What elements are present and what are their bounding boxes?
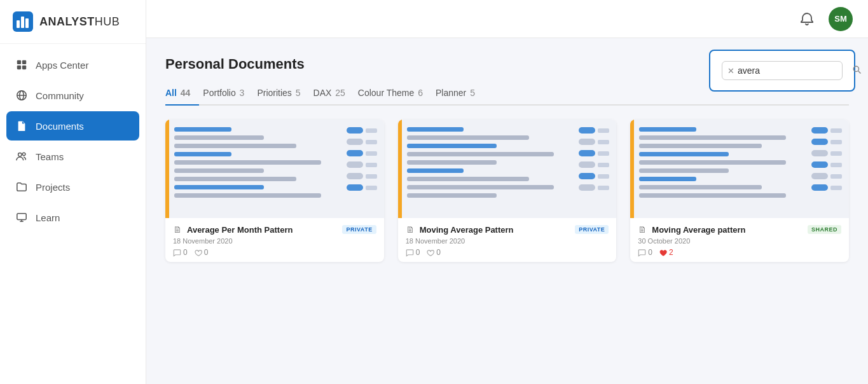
card-date-0: 18 November 2020 [173,237,376,245]
sidebar-item-projects[interactable]: Projects [6,172,139,202]
notification-bell[interactable] [797,9,817,29]
grid-icon [15,58,28,71]
sidebar-item-apps-center[interactable]: Apps Center [6,50,139,79]
card-likes-2: 2 [659,248,673,257]
tab-portfolio[interactable]: Portfolio 3 [203,84,253,106]
card-comments-0: 0 [173,248,188,257]
card-2[interactable]: 🗎 Moving Average pattern SHARED 30 Octob… [630,120,849,262]
card-badge-2: SHARED [808,225,841,234]
globe-icon [15,89,28,102]
card-comments-1: 0 [406,248,420,257]
card-badge-1: PRIVATE [575,225,609,234]
card-likes-1: 0 [426,248,441,257]
svg-point-12 [22,153,25,156]
search-submit-icon[interactable] [852,65,862,76]
svg-rect-2 [21,17,24,28]
card-actions-1: 0 0 [406,248,609,257]
card-doc-area-1 [402,120,575,218]
doc-file-icon-2: 🗎 [638,224,647,235]
card-badge-0: PRIVATE [342,225,376,234]
card-likes-0: 0 [194,248,209,257]
sidebar: ANALYSTHUB Apps Center Community Documen… [0,0,146,384]
sidebar-item-community[interactable]: Community [6,81,139,110]
card-info-0: 🗎 Average Per Month Pattern PRIVATE 18 N… [165,218,384,262]
card-preview-1 [398,120,617,218]
svg-rect-13 [17,214,26,220]
sidebar-logo: ANALYSTHUB [0,0,146,44]
sidebar-item-label-projects: Projects [36,182,70,193]
svg-rect-1 [17,20,20,28]
card-actions-0: 0 0 [173,248,376,257]
card-title-0: Average Per Month Pattern [187,225,337,235]
tab-priorities[interactable]: Priorities 5 [257,84,309,106]
tab-planner[interactable]: Planner 5 [436,84,484,106]
card-1[interactable]: 🗎 Moving Average Pattern PRIVATE 18 Nove… [398,120,617,262]
user-avatar[interactable]: SM [829,7,853,31]
svg-rect-3 [25,18,29,28]
logo-icon [13,11,33,32]
svg-rect-7 [22,65,26,69]
search-inner: ✕ [722,61,843,80]
svg-point-16 [853,66,858,71]
doc-file-icon-0: 🗎 [173,224,182,235]
card-date-1: 18 November 2020 [406,237,609,245]
sidebar-item-documents[interactable]: Documents [6,111,139,141]
svg-rect-5 [22,60,26,64]
doc-file-icon-1: 🗎 [406,224,415,235]
svg-rect-6 [17,65,21,69]
tab-dax[interactable]: DAX 25 [313,84,354,106]
sidebar-item-teams[interactable]: Teams [6,142,139,171]
cards-grid: 🗎 Average Per Month Pattern PRIVATE 18 N… [165,120,849,262]
topbar: SM [146,0,868,38]
card-0[interactable]: 🗎 Average Per Month Pattern PRIVATE 18 N… [165,120,384,262]
card-toggle-area-0 [343,120,384,218]
main-area: SM Personal Documents All 44 Portfolio 3… [146,0,868,384]
monitor-icon [15,211,28,224]
search-clear-button[interactable]: ✕ [727,66,734,76]
card-actions-2: 0 2 [638,248,841,257]
card-toggle-area-1 [575,120,616,218]
sidebar-nav: Apps Center Community Documents Teams [0,50,146,232]
folder-icon [15,181,28,193]
sidebar-item-label-learn: Learn [36,212,60,223]
document-icon [15,120,28,132]
svg-point-11 [18,153,22,156]
search-input[interactable] [738,65,849,76]
content-area: Personal Documents All 44 Portfolio 3 Pr… [146,38,868,384]
card-preview-2 [630,120,849,218]
search-overlay: ✕ [709,50,855,92]
card-doc-area-2 [634,120,808,218]
sidebar-item-label-documents: Documents [36,121,84,132]
tab-all[interactable]: All 44 [165,84,199,106]
tab-colour-theme[interactable]: Colour Theme 6 [358,84,432,106]
card-title-2: Moving Average pattern [652,225,803,235]
users-icon [15,150,28,163]
card-date-2: 30 October 2020 [638,237,841,245]
sidebar-item-label-teams: Teams [36,151,64,162]
card-info-1: 🗎 Moving Average Pattern PRIVATE 18 Nove… [398,218,617,262]
sidebar-item-label-community: Community [36,90,84,101]
card-preview-0 [165,120,384,218]
svg-rect-4 [17,60,21,64]
svg-line-17 [858,71,861,74]
sidebar-item-learn[interactable]: Learn [6,203,139,232]
card-doc-area-0 [169,120,343,218]
card-title-1: Moving Average Pattern [420,225,570,235]
sidebar-item-label-apps-center: Apps Center [36,60,88,71]
logo-text: ANALYSTHUB [39,15,120,29]
card-toggle-area-2 [808,120,849,218]
card-comments-2: 0 [638,248,652,257]
card-info-2: 🗎 Moving Average pattern SHARED 30 Octob… [630,218,849,262]
